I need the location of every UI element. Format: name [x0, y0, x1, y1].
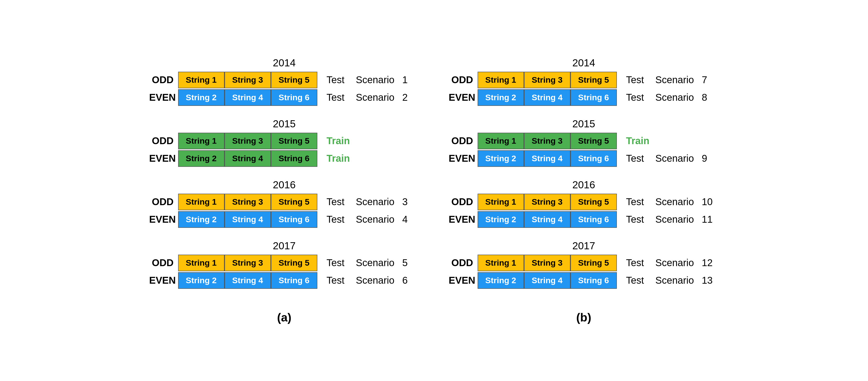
status-group-odd: TestScenario10	[626, 196, 719, 207]
string-group-even: String 2String 4String 6	[477, 150, 617, 167]
scenario-label-even: Scenario	[655, 153, 694, 164]
scenario-num-even: 4	[402, 214, 420, 225]
cell-odd-2: String 5	[570, 72, 617, 88]
cell-odd-2: String 5	[271, 255, 317, 271]
cell-odd-1: String 3	[524, 255, 570, 271]
panel-b: 2014ODDString 1String 3String 5TestScena…	[449, 57, 719, 324]
test-label-even: Test	[327, 275, 349, 286]
scenario-label-even: Scenario	[356, 214, 395, 225]
row-even-2014: EVENString 2String 4String 6TestScenario…	[149, 89, 420, 106]
string-group-even: String 2String 4String 6	[477, 89, 617, 106]
cell-even-0: String 2	[477, 150, 524, 167]
cell-even-2: String 6	[271, 89, 317, 106]
cell-even-0: String 2	[477, 211, 524, 228]
cell-even-1: String 4	[524, 89, 570, 106]
cell-even-2: String 6	[271, 272, 317, 289]
cell-even-0: String 2	[178, 211, 224, 228]
cell-even-2: String 6	[570, 89, 617, 106]
test-label-even: Test	[626, 92, 648, 103]
scenario-num-even: 6	[402, 275, 420, 286]
row-label-even: EVEN	[449, 92, 473, 103]
scenario-label-odd: Scenario	[655, 196, 694, 207]
year-title-2016: 2016	[149, 179, 420, 191]
train-label-odd: Train	[626, 135, 648, 146]
cell-odd-0: String 1	[477, 72, 524, 88]
row-label-odd: ODD	[449, 196, 473, 207]
status-group-odd: TestScenario7	[626, 74, 719, 85]
cell-even-1: String 4	[224, 89, 271, 106]
row-label-odd: ODD	[149, 74, 174, 85]
cell-odd-1: String 3	[224, 255, 271, 271]
scenario-label-even: Scenario	[655, 214, 694, 225]
cell-odd-0: String 1	[178, 255, 224, 271]
status-group-odd: TestScenario1	[327, 74, 420, 85]
scenario-num-odd: 12	[702, 257, 719, 268]
row-label-odd: ODD	[149, 257, 174, 268]
string-group-even: String 2String 4String 6	[477, 211, 617, 228]
test-label-even: Test	[327, 214, 349, 225]
status-group-odd: Train	[327, 135, 349, 146]
status-group-even: TestScenario4	[327, 214, 420, 225]
cell-odd-2: String 5	[271, 133, 317, 149]
status-group-odd: Train	[626, 135, 648, 146]
status-group-even: TestScenario13	[626, 275, 719, 286]
cell-even-1: String 4	[224, 211, 271, 228]
scenario-num-even: 2	[402, 92, 420, 103]
string-group-odd: String 1String 3String 5	[178, 133, 317, 149]
scenario-num-odd: 10	[702, 196, 719, 207]
cell-odd-0: String 1	[178, 72, 224, 88]
status-group-even: TestScenario11	[626, 214, 719, 225]
cell-odd-2: String 5	[271, 194, 317, 210]
scenario-num-even: 13	[702, 275, 719, 286]
scenario-num-even: 8	[702, 92, 719, 103]
string-group-even: String 2String 4String 6	[178, 150, 317, 167]
row-label-even: EVEN	[449, 214, 473, 225]
year-block-2016: 2016ODDString 1String 3String 5TestScena…	[449, 179, 719, 228]
string-group-odd: String 1String 3String 5	[477, 133, 617, 149]
cell-even-0: String 2	[178, 89, 224, 106]
row-even-2015: EVENString 2String 4String 6TestScenario…	[449, 150, 719, 167]
row-even-2017: EVENString 2String 4String 6TestScenario…	[149, 272, 420, 289]
row-label-even: EVEN	[149, 214, 174, 225]
scenario-label-even: Scenario	[356, 92, 395, 103]
year-title-2017: 2017	[149, 240, 420, 252]
scenario-label-odd: Scenario	[655, 257, 694, 268]
year-title-2014: 2014	[449, 57, 719, 69]
cell-odd-1: String 3	[224, 72, 271, 88]
cell-even-0: String 2	[178, 150, 224, 167]
row-even-2015: EVENString 2String 4String 6Train	[149, 150, 420, 167]
scenario-num-odd: 1	[402, 74, 420, 85]
scenario-num-odd: 5	[402, 257, 420, 268]
scenario-num-odd: 7	[702, 74, 719, 85]
cell-even-1: String 4	[524, 150, 570, 167]
string-group-even: String 2String 4String 6	[178, 272, 317, 289]
string-group-even: String 2String 4String 6	[477, 272, 617, 289]
scenario-label-even: Scenario	[655, 92, 694, 103]
row-odd-2015: ODDString 1String 3String 5Train	[149, 133, 420, 149]
cell-odd-0: String 1	[477, 133, 524, 149]
train-label-even: Train	[327, 153, 349, 164]
year-title-2015: 2015	[449, 118, 719, 130]
test-label-even: Test	[626, 153, 648, 164]
test-label-even: Test	[626, 275, 648, 286]
year-block-2017: 2017ODDString 1String 3String 5TestScena…	[449, 240, 719, 289]
scenario-num-even: 11	[702, 214, 719, 225]
status-group-even: TestScenario2	[327, 92, 420, 103]
row-label-odd: ODD	[449, 135, 473, 146]
string-group-odd: String 1String 3String 5	[477, 72, 617, 88]
test-label-odd: Test	[327, 196, 349, 207]
string-group-odd: String 1String 3String 5	[178, 72, 317, 88]
row-label-even: EVEN	[149, 92, 174, 103]
cell-even-1: String 4	[524, 211, 570, 228]
test-label-odd: Test	[626, 74, 648, 85]
row-odd-2016: ODDString 1String 3String 5TestScenario1…	[449, 194, 719, 210]
year-block-2014: 2014ODDString 1String 3String 5TestScena…	[449, 57, 719, 106]
cell-even-1: String 4	[524, 272, 570, 289]
row-label-even: EVEN	[449, 153, 473, 164]
scenario-num-odd: 3	[402, 196, 420, 207]
test-label-odd: Test	[626, 196, 648, 207]
cell-odd-1: String 3	[524, 133, 570, 149]
cell-odd-1: String 3	[224, 133, 271, 149]
year-title-2015: 2015	[149, 118, 420, 130]
status-group-even: TestScenario9	[626, 153, 719, 164]
